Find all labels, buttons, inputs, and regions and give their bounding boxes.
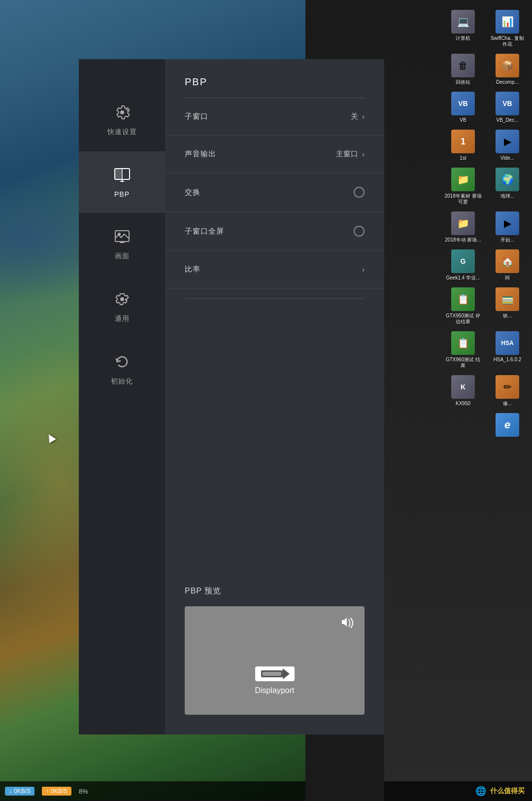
watermark-bar: 🌐 什么值得买 — [384, 781, 532, 801]
sub-fullscreen-value — [354, 226, 365, 237]
first-icon: 1 — [451, 130, 475, 153]
2018a-icon: 📁 — [451, 168, 475, 191]
decompiler-icon: 📦 — [496, 54, 519, 77]
sub-window-chevron: › — [362, 112, 365, 121]
pbp-label: PBP — [114, 190, 130, 198]
ratio-label: 比率 — [185, 265, 200, 274]
svg-rect-1 — [115, 169, 122, 179]
windows-desktop: 💻 计算机 📊 SwiffCha.. 复制作花 🗑 回收站 📦 Decomp..… — [384, 0, 532, 801]
osd-sidebar: 快速设置 PBP 画面 — [79, 59, 165, 734]
svg-point-5 — [120, 297, 124, 301]
desktop-icon-vbdec[interactable]: VB VB_Dec... — [488, 92, 527, 123]
desktop-row-8: 📋 GTX950测试 评估结果 🚃 铁... — [389, 287, 527, 325]
picture-icon — [113, 228, 131, 248]
desktop-icon-gtx950[interactable]: 📋 GTX950测试 评估结果 — [443, 287, 483, 325]
down-arrow: ↓ — [9, 788, 12, 795]
pbp-preview-section: PBP 预览 Displayport — [165, 571, 384, 734]
sub-fullscreen-radio[interactable] — [354, 226, 365, 237]
desktop-icon-2018b[interactable]: 📁 2018年动 赛场... — [443, 211, 483, 243]
menu-item-audio-output[interactable]: 声音输出 主窗口 › — [165, 136, 384, 173]
recycle-label: 回收站 — [456, 79, 470, 85]
desktop-icon-first[interactable]: 1 1st — [443, 130, 483, 161]
reset-icon — [113, 353, 131, 373]
swap-radio[interactable] — [354, 187, 365, 198]
gtx950-label: GTX950测试 评估结果 — [444, 313, 482, 325]
desktop-icon-ie[interactable]: e — [488, 413, 527, 439]
kx950-icon: K — [451, 375, 475, 399]
vbdec-icon: VB — [496, 92, 519, 115]
status-bar: ↓ 0KB/S ↑ 0KB/S 8% — [0, 781, 305, 801]
sidebar-item-quick-settings[interactable]: 快速设置 — [79, 89, 165, 151]
kx950-label: KX950 — [456, 401, 470, 407]
globe-icon: 🌍 — [496, 168, 519, 191]
sidebar-item-pbp[interactable]: PBP — [79, 151, 165, 213]
sub-fullscreen-label: 子窗口全屏 — [185, 227, 224, 236]
menu-item-ratio[interactable]: 比率 › — [165, 251, 384, 288]
gtx950-icon: 📋 — [451, 287, 475, 311]
download-speed: ↓ 0KB/S — [5, 787, 34, 796]
desktop-icon-computer[interactable]: 💻 计算机 — [443, 10, 483, 47]
quick-settings-icon — [113, 104, 131, 124]
sidebar-item-picture[interactable]: 画面 — [79, 213, 165, 276]
desktop-icon-kx950[interactable]: K KX950 — [443, 375, 483, 407]
desktop-icon-swiffchart[interactable]: 📊 SwiffCha.. 复制作花 — [488, 10, 527, 47]
video-label: Vide... — [500, 155, 514, 161]
desktop-icon-2018a[interactable]: 📁 2018年素材 赛场可爱 — [443, 168, 483, 205]
rail-icon: 🚃 — [496, 287, 519, 311]
sidebar-item-general[interactable]: 通用 — [79, 276, 165, 338]
open-icon: ▶ — [496, 211, 519, 235]
swiffchart-icon: 📊 — [496, 10, 519, 34]
preview-box: Displayport — [185, 606, 365, 715]
desktop-icon-globe[interactable]: 🌍 地球... — [488, 168, 527, 205]
desktop-icon-hsa[interactable]: HSA HSA_1.6.0.2 — [488, 331, 527, 369]
desktop-icon-modify[interactable]: ✏ 修... — [488, 375, 527, 407]
sub-window-value: 关 › — [351, 112, 365, 121]
desktop-icon-rail[interactable]: 🚃 铁... — [488, 287, 527, 325]
globe-label: 地球... — [500, 193, 514, 199]
hsa-label: HSA_1.6.0.2 — [494, 357, 522, 363]
desktop-icon-decompiler[interactable]: 📦 Decomp... — [488, 54, 527, 85]
speaker-icon — [340, 616, 355, 630]
upload-speed: ↑ 0KB/S — [42, 787, 71, 796]
vb-label: VB — [460, 117, 466, 123]
gtx960-label: GTX960测试 结果 — [444, 357, 482, 369]
general-icon — [113, 290, 131, 311]
desktop-icon-vb[interactable]: VB VB — [443, 92, 483, 123]
ratio-chevron: › — [362, 265, 365, 274]
desktop-icon-open[interactable]: ▶ 开始... — [488, 211, 527, 243]
menu-item-sub-fullscreen[interactable]: 子窗口全屏 — [165, 212, 384, 251]
hsa-icon: HSA — [496, 331, 519, 355]
vb-icon: VB — [451, 92, 475, 115]
desktop-icon-geek[interactable]: G Geek1.4 学业... — [443, 249, 483, 281]
desktop-row-1: 💻 计算机 📊 SwiffCha.. 复制作花 — [389, 10, 527, 47]
gtx960-icon: 📋 — [451, 331, 475, 355]
bottom-divider — [185, 298, 365, 299]
ratio-value: › — [362, 265, 365, 274]
menu-item-sub-window[interactable]: 子窗口 关 › — [165, 98, 384, 136]
open-label: 开始... — [500, 237, 514, 243]
picture-label: 画面 — [115, 252, 130, 261]
desktop-icon-video[interactable]: ▶ Vide... — [488, 130, 527, 161]
general-label: 通用 — [115, 314, 130, 323]
desktop-row-11: e — [389, 413, 527, 439]
desktop-icon-room[interactable]: 🏠 间 — [488, 249, 527, 281]
swap-label: 交换 — [185, 188, 200, 197]
room-icon: 🏠 — [496, 249, 519, 273]
desktop-icon-recycle[interactable]: 🗑 回收站 — [443, 54, 483, 85]
vbdec-label: VB_Dec... — [496, 117, 518, 123]
room-label: 间 — [505, 275, 510, 281]
decompiler-label: Decomp... — [496, 79, 519, 85]
displayport-label: Displayport — [255, 686, 294, 695]
svg-point-4 — [118, 233, 121, 236]
2018b-icon: 📁 — [451, 211, 475, 235]
preview-title: PBP 预览 — [185, 586, 365, 596]
displayport-icon — [255, 666, 295, 681]
audio-output-value-text: 主窗口 — [336, 149, 358, 159]
geek-icon: G — [451, 249, 475, 273]
desktop-icon-gtx960[interactable]: 📋 GTX960测试 结果 — [443, 331, 483, 369]
menu-item-swap[interactable]: 交换 — [165, 173, 384, 212]
sidebar-item-reset[interactable]: 初始化 — [79, 338, 165, 401]
first-label: 1st — [460, 155, 466, 161]
video-icon: ▶ — [496, 130, 519, 153]
up-arrow: ↑ — [46, 788, 49, 795]
